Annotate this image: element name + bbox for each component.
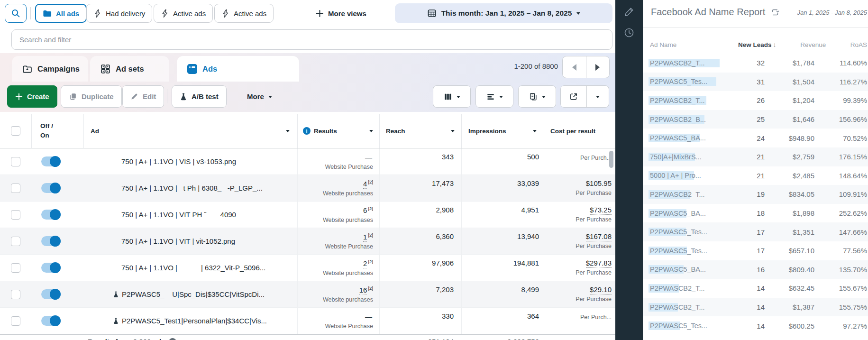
column-header-cost-per-result[interactable]: Cost per result — [544, 114, 615, 148]
ad-name-link[interactable]: 750 | A+ | 1.1VO | t Ph | 6308_ -P_LGP_.… — [121, 184, 263, 192]
more-views-button[interactable]: More views — [309, 4, 373, 23]
more-button[interactable]: More — [239, 85, 280, 108]
report-ad-name-cell[interactable]: 5000 | A+ | Pro... — [643, 171, 738, 180]
select-all-checkbox[interactable] — [11, 126, 20, 136]
cost-value[interactable]: $167.08 — [586, 232, 612, 241]
report-ad-name-cell[interactable]: P2PWASCB2_T... — [643, 284, 738, 293]
report-ad-name-cell[interactable]: P2PWASC5_BA... — [643, 265, 738, 274]
result-value[interactable]: 16 — [359, 286, 367, 295]
ad-active-toggle[interactable] — [41, 210, 61, 220]
filter-all-ads[interactable]: All ads — [35, 4, 87, 23]
ad-active-toggle[interactable] — [41, 236, 61, 246]
ad-active-toggle[interactable] — [41, 263, 61, 273]
row-checkbox[interactable] — [11, 237, 20, 246]
chevron-down-icon[interactable] — [533, 130, 537, 134]
column-header-ad[interactable]: Ad — [83, 114, 297, 148]
report-col-revenue[interactable]: Revenue — [776, 41, 826, 48]
tab-campaigns[interactable]: Campaigns — [12, 56, 88, 82]
export-button[interactable] — [561, 86, 587, 107]
next-page-button[interactable] — [586, 56, 610, 78]
report-col-ad-name[interactable]: Ad Name — [643, 41, 738, 48]
tab-ad-sets[interactable]: Ad sets — [90, 56, 169, 82]
report-ad-name-cell[interactable]: P2PWASC5_BA... — [643, 209, 738, 218]
table-scrollbar-thumb[interactable] — [609, 151, 613, 168]
results-cell: — Website Purchase — [297, 308, 379, 334]
ad-name-link[interactable]: 750 | A+ | 1.1VO | VIT PH ˆ 4090 — [121, 211, 236, 219]
ad-name-link[interactable]: 750 | A+ | 1.1VO | VIT | vit-1052.png — [121, 237, 235, 245]
ab-test-button[interactable]: A/B test — [172, 85, 227, 108]
report-col-roas[interactable]: RoAS — [826, 41, 868, 48]
row-checkbox[interactable] — [11, 210, 20, 220]
reports-dropdown-button[interactable] — [518, 85, 556, 108]
filter-label: Had delivery — [106, 9, 145, 18]
result-value[interactable]: 4 — [363, 180, 367, 189]
filter-active-ads-2[interactable]: Active ads — [214, 4, 274, 23]
search-button[interactable] — [5, 4, 27, 23]
column-header-results[interactable]: i Results — [297, 114, 379, 148]
tab-ads-active[interactable]: Ads — [177, 56, 299, 82]
ad-name-link[interactable]: 750 | A+ | 1.1VO | VIS | v3-1053.png — [121, 157, 236, 165]
cost-value[interactable]: $29.10 — [590, 285, 612, 294]
column-header-reach[interactable]: Reach — [379, 114, 461, 148]
ad-active-toggle[interactable] — [41, 289, 61, 299]
ad-name-link[interactable]: P2PWASC5_Test1|PersonalPlan|$34CC|Vis... — [122, 317, 267, 325]
filter-had-delivery[interactable]: Had delivery — [86, 4, 152, 23]
ad-active-toggle[interactable] — [41, 156, 61, 166]
row-checkbox[interactable] — [11, 184, 20, 193]
result-value[interactable]: 6 — [363, 206, 367, 215]
report-ad-name: P2PWASC5_BA... — [650, 266, 706, 273]
search-input[interactable] — [12, 30, 612, 49]
row-checkbox[interactable] — [11, 263, 20, 273]
row-toggle-cell — [31, 281, 83, 307]
columns-dropdown-button[interactable] — [433, 85, 471, 108]
ad-name-link[interactable]: P2PWASC5_ U|Spc_Dis|$35CC|VitSpcDi... — [122, 290, 265, 298]
row-checkbox[interactable] — [11, 157, 20, 166]
cost-value[interactable]: $297.83 — [586, 259, 612, 268]
chevron-down-icon[interactable] — [451, 130, 455, 134]
row-checkbox[interactable] — [11, 290, 20, 299]
ad-name-link[interactable]: 750 | A+ | 1.1VO | | 6322_Vit-P_5096... — [121, 264, 265, 272]
report-ad-name: P2PWASCB2_T... — [650, 191, 705, 198]
refresh-sync-icon[interactable] — [771, 8, 779, 17]
history-clock-button[interactable] — [621, 25, 637, 41]
export-options-button[interactable] — [587, 86, 609, 107]
filter-active-ads-1[interactable]: Active ads — [154, 4, 213, 23]
cost-type-label: Per Purchase — [544, 269, 612, 276]
ad-active-toggle[interactable] — [41, 316, 61, 326]
report-ad-name-cell[interactable]: P2PWASC5_Tes... — [643, 247, 738, 255]
result-value[interactable]: 2 — [363, 259, 367, 268]
report-ad-name-cell[interactable]: P2PWASCB2_T... — [643, 59, 738, 67]
result-value[interactable]: 1 — [363, 233, 367, 242]
prev-page-button[interactable] — [563, 56, 586, 78]
edit-tool-button[interactable] — [621, 4, 637, 20]
result-value[interactable]: — — [365, 312, 372, 321]
toggle-knob — [50, 315, 61, 326]
row-checkbox[interactable] — [11, 316, 20, 326]
report-ad-name-cell[interactable]: P2PWASCB2_T... — [643, 303, 738, 312]
date-range-picker[interactable]: This month: Jan 1, 2025 – Jan 8, 2025 — [395, 3, 612, 23]
chevron-down-icon[interactable] — [369, 130, 373, 134]
cost-value[interactable]: $105.95 — [586, 179, 612, 188]
report-col-new-leads[interactable]: New Leads↓ — [738, 41, 776, 48]
report-ad-name-cell[interactable]: P2PWASC5_Tes... — [643, 77, 738, 86]
ad-active-toggle[interactable] — [41, 183, 61, 193]
cost-type-label: Per Purchase — [544, 190, 612, 196]
chevron-down-icon — [542, 96, 546, 100]
cost-per-result-label: Cost per result — [550, 128, 595, 135]
create-button[interactable]: Create — [7, 85, 57, 108]
report-ad-name-cell[interactable]: P2PWASCB2_B... — [643, 115, 738, 124]
report-ad-name-cell[interactable]: P2PWASC5_Tes... — [643, 322, 738, 330]
chevron-down-icon[interactable] — [286, 130, 290, 134]
report-ad-name-cell[interactable]: P2PWASC5_Tes... — [643, 228, 738, 236]
report-ad-name-cell[interactable]: 750|A+|MixBrS... — [643, 153, 738, 161]
result-type-label: Website purchases — [298, 270, 373, 276]
report-ad-name-cell[interactable]: P2PWASC5_BA... — [643, 134, 738, 142]
cost-value[interactable]: $73.25 — [590, 206, 612, 215]
result-value[interactable]: — — [365, 153, 372, 161]
column-header-impressions[interactable]: Impressions — [461, 114, 544, 148]
breakdown-dropdown-button[interactable] — [475, 85, 513, 108]
edit-button[interactable]: Edit — [122, 85, 164, 108]
report-ad-name-cell[interactable]: P2PWASCB2_T... — [643, 96, 738, 105]
duplicate-button[interactable]: Duplicate — [61, 85, 122, 108]
report-ad-name-cell[interactable]: P2PWASCB2_T... — [643, 190, 738, 199]
